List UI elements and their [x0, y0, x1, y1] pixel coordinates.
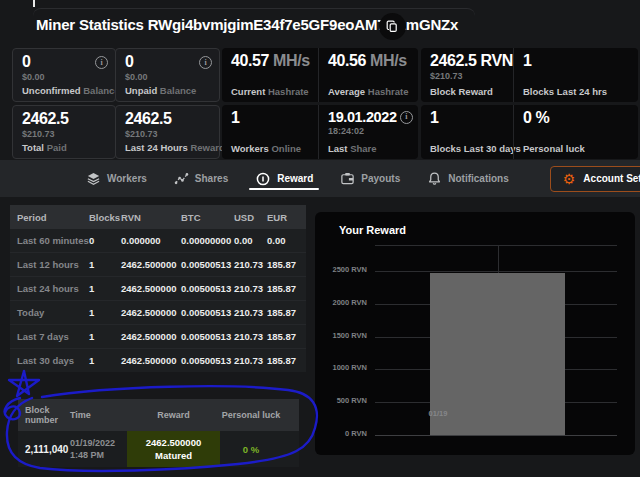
reward-periods-table: Period Blocks RVN BTC USD EUR Last 60 mi…	[10, 205, 306, 372]
hashrate-card-group: 40.57 MH/s Current Hashrate 40.56 MH/s A…	[222, 48, 418, 102]
info-icon[interactable]: i	[400, 111, 413, 124]
table-header-row: Period Blocks RVN BTC USD EUR	[10, 205, 306, 229]
table-row: Today 1 2462.500000 0.00500513 210.73 18…	[10, 301, 306, 325]
cell-period: Last 24 hours	[10, 283, 89, 294]
stat-label: Total	[22, 142, 44, 153]
stat-workers-online: 1 Workers Online	[222, 105, 318, 159]
cell-blocks: 1	[89, 259, 121, 270]
cell-eur: 185.87	[267, 283, 296, 294]
stat-current-hashrate: 40.57 MH/s Current Hashrate	[222, 48, 318, 102]
reward-amount: 2462.500000	[127, 436, 220, 449]
cell-rvn: 2462.500000	[121, 283, 181, 294]
stat-value: 0 %	[523, 110, 630, 127]
stat-label: Current	[231, 86, 265, 97]
stat-fiat-value: $210.73	[430, 71, 505, 81]
stat-label: Average	[328, 86, 365, 97]
stat-sub-value: 18:24:02	[328, 126, 410, 136]
cell-period: Last 60 minutes	[10, 235, 89, 246]
account-settings-label: Account Settings	[583, 173, 640, 184]
table-row: Last 12 hours 1 2462.500000 0.00500513 2…	[10, 253, 306, 277]
col-time: Time	[70, 410, 127, 420]
col-reward: Reward	[127, 410, 220, 420]
cell-eur: 185.87	[267, 355, 296, 366]
x-tick-label: 01/19	[378, 409, 498, 418]
stat-value: 2462.5	[22, 111, 107, 128]
coin-icon	[255, 171, 271, 187]
table-row: Last 60 minutes 0 0.000000 0.00000000 0.…	[10, 229, 306, 253]
cell-reward-matured: 2462.500000 Matured	[127, 431, 220, 467]
cell-eur: 185.87	[267, 331, 296, 342]
stat-label: Blocks Last 24 hrs	[523, 86, 607, 97]
col-blocks: Blocks	[89, 212, 121, 223]
stat-fiat-value: $0.00	[22, 72, 107, 82]
cell-btc: 0.00500513	[181, 331, 234, 342]
stat-value: 40.57	[231, 52, 269, 69]
cell-rvn: 2462.500000	[121, 259, 181, 270]
stat-fiat-value: $210.73	[22, 129, 107, 139]
stat-label-muted: Balance	[160, 85, 196, 96]
x-axis-line	[375, 435, 617, 436]
top-edge-mark	[33, 0, 35, 7]
col-personal-luck: Personal luck	[220, 410, 282, 420]
tab-reward[interactable]: Reward	[255, 160, 313, 197]
col-period: Period	[10, 212, 89, 223]
tab-label: Shares	[195, 173, 228, 184]
info-icon[interactable]: i	[199, 56, 212, 69]
cell-btc: 0.00500513	[181, 307, 234, 318]
tab-payouts[interactable]: Payouts	[340, 160, 400, 197]
y-tick-label: 2000 RVN	[315, 298, 367, 307]
cell-usd: 210.73	[234, 355, 267, 366]
chart-plot-area	[375, 245, 617, 435]
cell-blocks: 1	[89, 355, 121, 366]
time-clock: 1:48 PM	[70, 450, 104, 460]
cell-blocks: 1	[89, 283, 121, 294]
cell-rvn: 2462.500000	[121, 331, 181, 342]
stat-label-muted: Share	[350, 143, 376, 154]
header-card: Miner Statistics RWgi4bvmjgimE34f7e5GF9e…	[33, 8, 475, 48]
cell-personal-luck: 0 %	[220, 444, 282, 455]
tab-label: Workers	[107, 173, 147, 184]
y-tick-label: 1500 RVN	[315, 331, 367, 340]
cell-usd: 210.73	[234, 331, 267, 342]
cell-period: Last 12 hours	[10, 259, 89, 270]
tab-label: Payouts	[361, 173, 400, 184]
stat-unit: MH/s	[370, 52, 407, 69]
stat-fiat-value: $210.73	[125, 129, 211, 139]
copy-address-button[interactable]	[379, 13, 406, 40]
table-row: Last 24 hours 1 2462.500000 0.00500513 2…	[10, 277, 306, 301]
cell-time: 01/19/2022 1:48 PM	[70, 437, 127, 461]
cell-usd: 210.73	[234, 283, 267, 294]
blocks-card-group: 2462.5 RVN $210.73 Block Reward 1 Blocks…	[421, 48, 638, 102]
stat-label: Unconfirmed	[22, 85, 81, 96]
wallet-icon	[340, 171, 355, 186]
stat-label-muted: Paid	[47, 142, 67, 153]
active-tab-underline	[249, 188, 319, 190]
cell-rvn: 0.000000	[121, 235, 181, 246]
tab-label: Reward	[277, 173, 313, 184]
stat-label: Block Reward	[430, 86, 493, 97]
chart-title: Your Reward	[339, 224, 406, 236]
tab-workers[interactable]: Workers	[86, 160, 147, 197]
col-rvn: RVN	[121, 212, 181, 223]
gridline	[375, 245, 617, 246]
tab-shares[interactable]: Shares	[174, 160, 228, 197]
account-settings-button[interactable]: ⚙ Account Settings	[550, 166, 640, 192]
cell-blocks: 0	[89, 235, 121, 246]
stat-value: 2462.5 RVN	[430, 53, 505, 70]
stat-blocks-30-days: 1 Blocks Last 30 days	[421, 105, 513, 159]
stat-label-muted: Hashrate	[368, 86, 409, 97]
cell-period: Last 30 days	[10, 355, 89, 366]
cell-eur: 185.87	[267, 259, 296, 270]
info-icon[interactable]: i	[95, 56, 108, 69]
layers-icon	[86, 171, 101, 186]
gear-icon: ⚙	[563, 172, 576, 186]
stat-value: 40.56	[328, 52, 366, 69]
cell-block-number: 2,111,040	[18, 444, 70, 455]
cell-usd: 0.00	[234, 235, 267, 246]
stat-label: Last	[328, 143, 348, 154]
stat-block-reward: 2462.5 RVN $210.73 Block Reward	[421, 48, 513, 102]
stat-label-muted: Reward	[190, 142, 224, 153]
stat-value: 1	[523, 53, 630, 70]
tab-notifications[interactable]: Notifications	[427, 160, 509, 197]
copy-icon	[386, 20, 399, 33]
